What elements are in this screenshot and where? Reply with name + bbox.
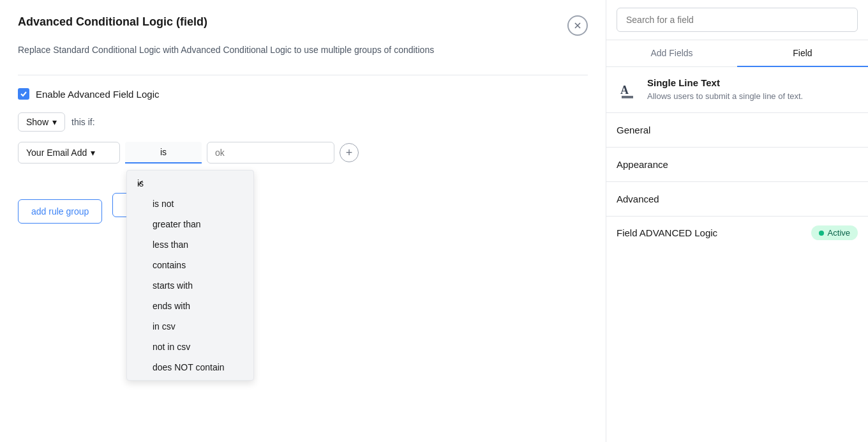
condition-operator-dropdown[interactable]: is (125, 142, 202, 164)
right-panel: Add Fields Field A Single Line Text Allo… (606, 0, 868, 442)
modal-description: Replace Standard Conditional Logic with … (18, 43, 588, 57)
field-name: Single Line Text (647, 77, 803, 88)
active-dot-icon (819, 231, 824, 236)
menu-item-contains[interactable]: contains (127, 255, 253, 275)
field-select-dropdown[interactable]: Your Email Add ▾ (18, 142, 120, 164)
field-select-label: Your Email Add (26, 148, 87, 158)
enable-label: Enable Advanced Field Logic (36, 89, 159, 100)
section-group: General Appearance Advanced (606, 113, 868, 217)
menu-item-greater-than[interactable]: greater than (127, 214, 253, 234)
tab-field[interactable]: Field (737, 40, 868, 67)
advanced-logic-row: Field ADVANCED Logic Active (606, 217, 868, 249)
value-input[interactable] (207, 142, 334, 164)
section-general[interactable]: General (606, 113, 868, 148)
left-panel: Advanced Conditional Logic (field) Repla… (0, 0, 606, 442)
menu-item-is[interactable]: is (127, 173, 253, 194)
modal-title: Advanced Conditional Logic (field) (18, 15, 207, 29)
field-details: Single Line Text Allows users to submit … (647, 77, 803, 102)
menu-item-less-than[interactable]: less than (127, 234, 253, 255)
condition-operator-menu: is is not greater than less than contain… (126, 170, 254, 381)
menu-item-starts-with[interactable]: starts with (127, 275, 253, 296)
show-row: Show ▾ this if: (18, 112, 588, 132)
chevron-down-icon: ▾ (91, 148, 95, 158)
search-input[interactable] (617, 8, 858, 32)
menu-item-in-csv[interactable]: in csv (127, 316, 253, 337)
show-dropdown[interactable]: Show ▾ (18, 112, 65, 132)
plus-icon: + (346, 146, 353, 160)
tabs-row: Add Fields Field (606, 40, 868, 67)
add-rule-group-button[interactable]: add rule group (18, 199, 102, 224)
svg-text:A: A (620, 84, 629, 96)
menu-item-is-not[interactable]: is not (127, 194, 253, 214)
enable-row: Enable Advanced Field Logic (18, 88, 588, 100)
bottom-row: add rule group Displaying choice: 'auto' (18, 187, 588, 224)
condition-selected-label: is (160, 147, 167, 157)
field-desc: Allows users to submit a single line of … (647, 91, 803, 102)
close-button[interactable] (567, 15, 588, 36)
section-appearance[interactable]: Appearance (606, 148, 868, 182)
conditions-row: Your Email Add ▾ is + is is not greater … (18, 142, 588, 164)
divider (18, 75, 588, 75)
active-badge-label: Active (828, 228, 850, 238)
this-if-label: this if: (71, 117, 95, 127)
active-badge: Active (811, 225, 858, 240)
field-type-icon: A (617, 79, 640, 102)
field-info-row: A Single Line Text Allows users to submi… (617, 77, 858, 102)
menu-item-not-in-csv[interactable]: not in csv (127, 337, 253, 357)
show-label: Show (26, 117, 49, 127)
modal-header: Advanced Conditional Logic (field) (18, 15, 588, 36)
search-area (606, 0, 868, 40)
section-advanced[interactable]: Advanced (606, 182, 868, 217)
enable-checkbox[interactable] (18, 88, 29, 100)
add-condition-button[interactable]: + (340, 143, 359, 162)
tab-add-fields[interactable]: Add Fields (606, 40, 737, 67)
advanced-logic-label: Field ADVANCED Logic (617, 227, 717, 238)
field-info-section: A Single Line Text Allows users to submi… (606, 67, 868, 113)
menu-item-does-not-contain[interactable]: does NOT contain (127, 357, 253, 377)
menu-item-ends-with[interactable]: ends with (127, 296, 253, 316)
chevron-down-icon: ▾ (52, 117, 57, 127)
